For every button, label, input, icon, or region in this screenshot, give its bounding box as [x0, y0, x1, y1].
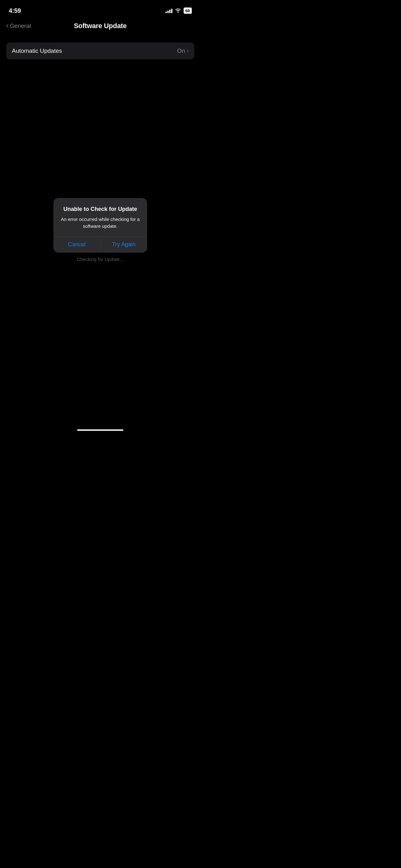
battery-icon: 68: [183, 7, 192, 14]
automatic-updates-value: On: [177, 48, 185, 54]
cancel-button[interactable]: Cancel: [54, 237, 101, 253]
page-title: Software Update: [74, 22, 127, 30]
status-bar: 4:59 68: [0, 0, 201, 17]
back-label: General: [10, 23, 31, 29]
chevron-left-icon: ‹: [6, 22, 8, 29]
signal-icon: [166, 8, 172, 13]
battery-level: 68: [186, 8, 190, 13]
alert-buttons: Cancel Try Again: [54, 237, 147, 253]
automatic-updates-row[interactable]: Automatic Updates On ›: [6, 42, 194, 59]
alert-dialog: Unable to Check for Update An error occu…: [54, 198, 147, 252]
alert-title: Unable to Check for Update: [60, 205, 141, 213]
status-icons: 68: [166, 7, 192, 14]
back-button[interactable]: ‹ General: [6, 23, 31, 29]
automatic-updates-value-container: On ›: [177, 48, 189, 54]
status-time: 4:59: [9, 7, 21, 14]
settings-section: Automatic Updates On ›: [6, 42, 194, 59]
dialog-wrapper: Unable to Check for Update An error occu…: [54, 198, 147, 261]
automatic-updates-label: Automatic Updates: [12, 48, 62, 54]
chevron-right-icon: ›: [187, 48, 189, 54]
home-indicator: [77, 429, 123, 431]
try-again-button[interactable]: Try Again: [101, 237, 147, 253]
nav-bar: ‹ General Software Update: [0, 17, 201, 35]
alert-content: Unable to Check for Update An error occu…: [54, 198, 147, 236]
wifi-icon: [175, 7, 181, 14]
alert-message: An error occurred while checking for a s…: [60, 216, 141, 230]
checking-for-update-text: Checking for Update...: [77, 256, 123, 262]
